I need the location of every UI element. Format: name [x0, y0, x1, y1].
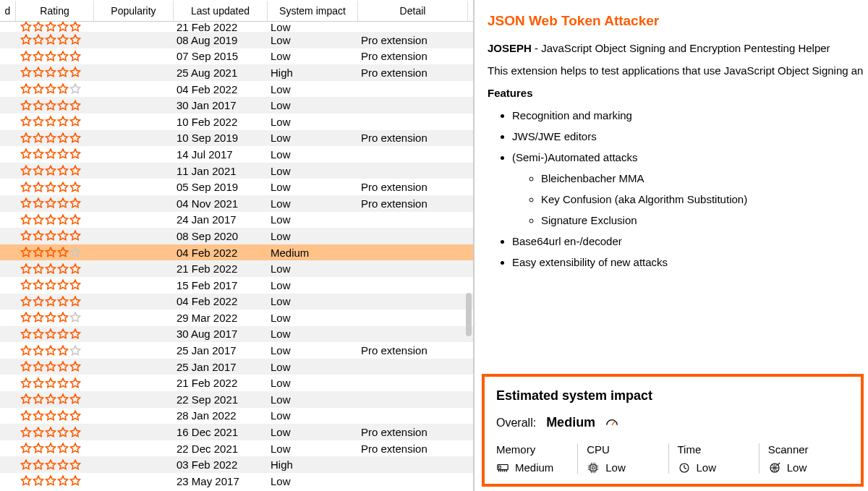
star-icon — [45, 51, 56, 62]
cell-rating — [16, 443, 94, 454]
star-icon — [69, 132, 81, 144]
star-icon — [20, 214, 32, 226]
star-icon — [33, 247, 44, 258]
cell-updated: 08 Sep 2020 — [174, 230, 268, 242]
table-row[interactable]: 05 Sep 2019LowPro extension — [0, 179, 473, 195]
star-rating — [20, 165, 81, 176]
star-rating — [20, 312, 81, 323]
features-list: Recognition and marking JWS/JWE editors … — [488, 109, 868, 268]
star-icon — [69, 393, 81, 405]
cell-impact: Low — [268, 34, 358, 46]
star-icon — [33, 393, 44, 405]
table-row[interactable]: 30 Jan 2017Low — [0, 97, 473, 114]
impact-overall-value: Medium — [546, 415, 595, 430]
star-rating — [20, 83, 81, 95]
table-row[interactable]: 21 Feb 2022Low — [0, 375, 473, 391]
star-rating — [20, 443, 81, 454]
table-row[interactable]: 21 Feb 2022Low — [0, 22, 473, 32]
star-rating — [20, 34, 81, 46]
star-icon — [69, 214, 81, 226]
star-icon — [20, 427, 32, 438]
star-icon — [33, 197, 44, 209]
impact-grid: MemoryMediumCPULowTimeLowScannerLow — [496, 443, 849, 474]
star-icon — [45, 100, 56, 111]
star-icon — [57, 312, 69, 323]
star-icon — [20, 132, 32, 144]
star-icon — [45, 116, 56, 127]
table-row[interactable]: 04 Feb 2022Low — [0, 294, 473, 310]
cell-rating — [16, 22, 94, 33]
table-row[interactable]: 22 Sep 2021Low — [0, 391, 473, 408]
table-row[interactable]: 04 Feb 2022Medium — [0, 244, 473, 261]
col-header-impact[interactable]: System impact — [268, 1, 358, 21]
star-rating — [20, 230, 81, 242]
star-icon — [69, 67, 81, 78]
col-header-detail[interactable]: Detail — [358, 1, 468, 21]
table-row[interactable]: 25 Jan 2017LowPro extension — [0, 342, 473, 359]
cell-rating — [16, 83, 94, 95]
extension-acronym-expansion: - JavaScript Object Signing and Encrypti… — [532, 42, 830, 54]
cell-rating — [16, 377, 94, 389]
star-icon — [33, 312, 44, 323]
feature-item: Easy extensibility of new attacks — [512, 256, 868, 268]
scrollbar-thumb[interactable] — [466, 293, 472, 336]
table-row[interactable]: 11 Jan 2021Low — [0, 163, 473, 179]
table-row[interactable]: 10 Sep 2019LowPro extension — [0, 130, 473, 147]
star-icon — [57, 197, 69, 209]
star-icon — [20, 459, 32, 471]
table-row[interactable]: 21 Feb 2022Low — [0, 260, 473, 277]
star-icon — [45, 34, 56, 46]
col-header-d[interactable]: d — [0, 1, 16, 21]
table-row[interactable]: 24 Jan 2017Low — [0, 212, 473, 229]
star-icon — [57, 296, 69, 307]
table-row[interactable]: 29 Mar 2022Low — [0, 309, 473, 326]
star-icon — [20, 247, 32, 258]
cell-updated: 29 Mar 2022 — [174, 312, 268, 324]
table-row[interactable]: 22 Dec 2021LowPro extension — [0, 440, 473, 457]
table-row[interactable]: 08 Sep 2020Low — [0, 228, 473, 244]
cell-impact: Low — [268, 116, 358, 128]
cell-impact: Low — [268, 328, 358, 340]
star-icon — [57, 165, 69, 176]
impact-col-label: CPU — [587, 443, 668, 456]
table-row[interactable]: 10 Feb 2022Low — [0, 114, 473, 130]
table-row[interactable]: 30 Aug 2017Low — [0, 326, 473, 343]
cell-rating — [16, 182, 94, 193]
star-icon — [45, 279, 56, 291]
table-row[interactable]: 04 Feb 2022Low — [0, 81, 473, 98]
star-icon — [20, 345, 32, 356]
feature-item: Recognition and marking — [512, 109, 868, 121]
star-icon — [69, 312, 81, 323]
cell-updated: 21 Feb 2022 — [174, 262, 268, 275]
col-header-updated[interactable]: Last updated — [174, 1, 268, 21]
table-row[interactable]: 04 Nov 2021LowPro extension — [0, 195, 473, 212]
impact-col-time: TimeLow — [668, 443, 759, 474]
table-row[interactable]: 15 Feb 2017Low — [0, 277, 473, 294]
cell-detail: Pro extension — [358, 181, 468, 193]
cell-updated: 14 Jul 2017 — [174, 148, 268, 161]
star-rating — [20, 214, 81, 226]
col-header-popularity[interactable]: Popularity — [94, 1, 174, 21]
table-row[interactable]: 25 Jan 2017Low — [0, 359, 473, 375]
svg-line-24 — [684, 468, 686, 469]
table-row[interactable]: 07 Sep 2015LowPro extension — [0, 48, 473, 65]
star-icon — [33, 100, 44, 111]
cell-updated: 07 Sep 2015 — [174, 50, 268, 62]
table-row[interactable]: 23 May 2017Low — [0, 473, 473, 490]
star-icon — [20, 67, 32, 78]
table-row[interactable]: 25 Aug 2021HighPro extension — [0, 64, 473, 81]
cell-updated: 15 Feb 2017 — [174, 279, 268, 291]
table-row[interactable]: 03 Feb 2022High — [0, 456, 473, 473]
star-icon — [33, 165, 44, 176]
col-header-rating[interactable]: Rating — [16, 1, 94, 21]
table-header: d Rating Popularity Last updated System … — [0, 0, 473, 22]
table-row[interactable]: 16 Dec 2021LowPro extension — [0, 424, 473, 440]
star-icon — [45, 214, 56, 226]
cell-rating — [16, 34, 94, 46]
impact-col-label: Memory — [496, 443, 577, 456]
star-icon — [69, 459, 81, 471]
table-row[interactable]: 28 Jan 2022Low — [0, 408, 473, 424]
star-icon — [33, 296, 44, 307]
table-row[interactable]: 08 Aug 2019LowPro extension — [0, 32, 473, 48]
table-row[interactable]: 14 Jul 2017Low — [0, 146, 473, 163]
